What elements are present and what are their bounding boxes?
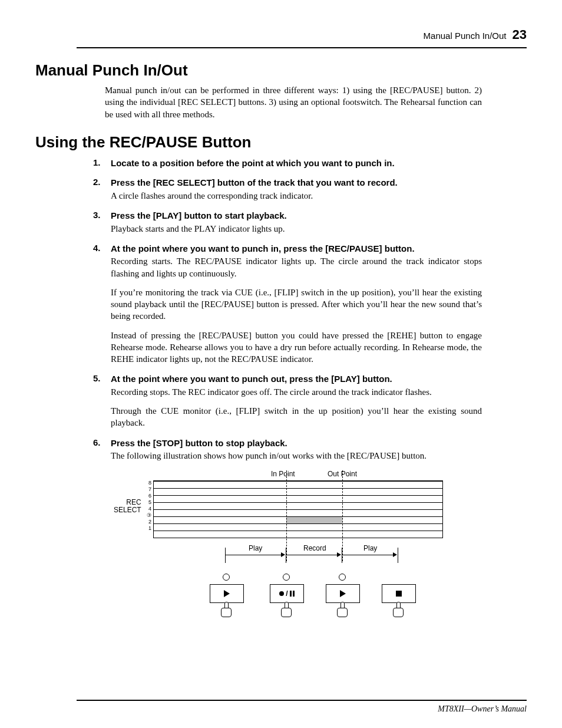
transport-key (210, 584, 244, 603)
rec-select-label: RECSELECT (114, 499, 141, 514)
track-row-selected (154, 516, 442, 523)
heading-1: Manual Punch In/Out (35, 61, 527, 80)
page: Manual Punch In/Out 23 Manual Punch In/O… (0, 0, 562, 728)
track-row (154, 502, 442, 509)
transport-key: / (270, 584, 304, 603)
in-point-label: In Point (271, 470, 295, 478)
hand-icon (336, 602, 349, 617)
step-body: The following illustration shows how pun… (111, 450, 482, 462)
track-lanes: RECSELECT 8 7 6 5 4 ③ 2 1 (153, 480, 443, 538)
step-body: A circle flashes around the correspondin… (111, 190, 482, 202)
step-head: At the point where you want to punch out… (111, 373, 482, 385)
rec-pause-icon: / (279, 589, 294, 598)
step-body: Recording stops. The REC indicator goes … (111, 386, 482, 398)
step-2: Press the [REC SELECT] button of the tra… (93, 177, 482, 202)
step-body: If you’re monitoring the track via CUE (… (111, 286, 482, 322)
step-head: Press the [PLAY] button to start playbac… (111, 210, 482, 222)
track-row (154, 481, 442, 488)
phase-label: Play (363, 544, 377, 552)
footer-text: MT8XII—Owner’s Manual (438, 704, 527, 714)
figure-punch-diagram: In Point Out Point RECSELECT 8 7 6 5 4 ③… (141, 470, 527, 627)
indicator-icon (339, 574, 346, 581)
step-body: Through the CUE monitor (i.e., [FLIP] sw… (111, 405, 482, 429)
play-button-2 (326, 574, 359, 617)
transport-key (326, 584, 360, 603)
track-numbers: 8 7 6 5 4 ③ 2 1 (146, 480, 151, 532)
track-row (154, 488, 442, 495)
step-6: Press the [STOP] button to stop playback… (93, 437, 482, 462)
stop-icon (396, 591, 402, 597)
phase-label: Record (303, 544, 326, 552)
track-row (154, 495, 442, 502)
hand-icon (280, 602, 293, 617)
track-row (154, 509, 442, 516)
figure-top-labels: In Point Out Point (141, 470, 442, 480)
indicator-icon (223, 574, 230, 581)
play-icon (224, 590, 230, 597)
step-1: Locate to a position before the point at… (93, 157, 482, 169)
footer-rule (77, 700, 527, 701)
hand-icon (220, 602, 233, 617)
step-head: At the point where you want to punch in,… (111, 243, 482, 255)
stop-button (382, 574, 415, 617)
play-button-1 (210, 574, 243, 617)
steps-list: Locate to a position before the point at… (93, 157, 482, 462)
phase-bar: Play Record Play (153, 542, 442, 563)
phase-label: Play (249, 544, 262, 552)
header-section: Manual Punch In/Out (424, 31, 507, 41)
hand-icon (392, 602, 405, 617)
step-body: Instead of pressing the [REC/PAUSE] butt… (111, 330, 482, 365)
step-head: Locate to a position before the point at… (111, 157, 482, 169)
button-row: / (153, 574, 442, 627)
rec-pause-button: / (270, 574, 303, 617)
running-header: Manual Punch In/Out 23 (77, 27, 527, 48)
step-3: Press the [PLAY] button to start playbac… (93, 210, 482, 235)
step-body: Playback starts and the PLAY indicator l… (111, 223, 482, 235)
step-5: At the point where you want to punch out… (93, 373, 482, 429)
track-row (154, 531, 442, 538)
track-row (154, 523, 442, 531)
step-body: Recording starts. The REC/PAUSE indicato… (111, 255, 482, 279)
heading-2: Using the REC/PAUSE Button (35, 133, 527, 151)
indicator-icon (283, 574, 290, 581)
step-head: Press the [REC SELECT] button of the tra… (111, 177, 482, 189)
step-4: At the point where you want to punch in,… (93, 243, 482, 365)
intro-paragraph: Manual punch in/out can be performed in … (105, 84, 482, 120)
transport-key (382, 584, 416, 603)
page-number: 23 (513, 27, 527, 42)
step-head: Press the [STOP] button to stop playback… (111, 437, 482, 449)
play-icon (340, 590, 346, 597)
